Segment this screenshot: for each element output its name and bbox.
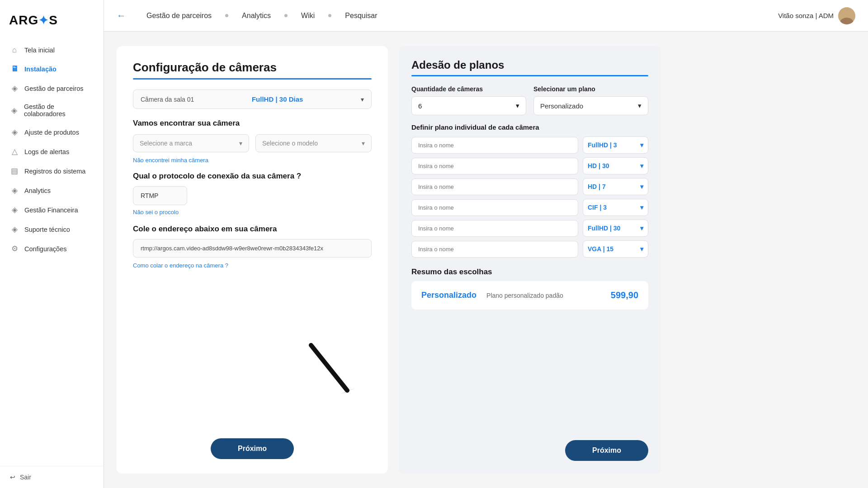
produtos-icon: ◈ — [10, 127, 19, 137]
camera-name-input[interactable] — [411, 241, 578, 258]
camera-plan-select[interactable]: CIF | 3 ▾ — [583, 199, 648, 216]
sidebar-item-gestao-colaboradores[interactable]: ◈ Gestão de colaboradores — [0, 98, 104, 122]
camera-row: CIF | 3 ▾ — [411, 199, 648, 216]
logs-icon: △ — [10, 147, 19, 156]
colaboradores-icon: ◈ — [10, 106, 19, 115]
individual-title: Definir plano individual de cada câmera — [411, 123, 648, 131]
camera-name-input[interactable] — [411, 199, 578, 216]
camera-plan-value: FullHD | 30 — [588, 225, 620, 232]
topbar-link-analytics[interactable]: Analytics — [229, 0, 283, 32]
sidebar-item-label: Instalação — [24, 66, 57, 73]
resumo-card: Personalizado Plano personalizado padão … — [411, 281, 648, 310]
how-to-link[interactable]: Como colar o endereço na câmera ? — [133, 262, 372, 269]
camera-plan-select[interactable]: VGA | 15 ▾ — [583, 240, 648, 258]
topbar-link-gestao-parceiros[interactable]: Gestão de parceiros — [134, 0, 224, 32]
topbar-separator-2 — [284, 14, 288, 17]
camera-dropdown[interactable]: Câmera da sala 01 FullHD | 30 Dias ▾ — [133, 89, 372, 109]
sidebar-item-label: Gestão Financeira — [24, 206, 78, 214]
sidebar-item-registros-sistema[interactable]: ▤ Registros do sistema — [0, 161, 104, 181]
right-panel-divider — [411, 75, 648, 76]
camera-plan-select[interactable]: FullHD | 3 ▾ — [583, 136, 648, 154]
camera-plan-select[interactable]: FullHD | 30 ▾ — [583, 220, 648, 237]
panel-title: Configuração de câmeras — [133, 61, 372, 75]
chevron-down-icon: ▾ — [640, 183, 643, 190]
sidebar-item-ajuste-produtos[interactable]: ◈ Ajuste de produtos — [0, 122, 104, 142]
chevron-down-icon: ▾ — [640, 225, 643, 232]
brand-model-row: Selecione a marca ▾ Selecione o modelo ▾ — [133, 134, 372, 152]
analytics-icon: ◈ — [10, 186, 19, 195]
plan-type-select[interactable]: Personalizado ▾ — [533, 96, 648, 115]
sidebar-item-tela-inicial[interactable]: ⌂ Tela inicial — [0, 41, 104, 60]
protocol-value: RTMP — [133, 186, 187, 205]
logo-icon: ✦ — [38, 14, 49, 27]
camera-row: FullHD | 30 ▾ — [411, 220, 648, 237]
camera-row: FullHD | 3 ▾ — [411, 136, 648, 154]
sidebar-item-configuracoes[interactable]: ⚙ Configurações — [0, 239, 104, 258]
quantity-select[interactable]: 6 ▾ — [411, 96, 526, 115]
sidebar-item-label: Gestão de parceiros — [24, 85, 84, 92]
brand-select[interactable]: Selecione a marca ▾ — [133, 134, 249, 152]
camera-name-input[interactable] — [411, 158, 578, 174]
proximo-right-button[interactable]: Próximo — [565, 440, 648, 461]
back-button[interactable]: ← — [117, 10, 126, 21]
chevron-down-icon: ▾ — [239, 140, 242, 147]
logo-text: ARG✦S — [9, 13, 58, 28]
camera-rows: FullHD | 3 ▾ HD | 30 ▾ HD | 7 ▾ CIF | 3 … — [411, 136, 648, 258]
camera-name-input[interactable] — [411, 137, 578, 154]
avatar — [838, 7, 855, 24]
camera-name-input[interactable] — [411, 178, 578, 195]
model-placeholder: Selecione o modelo — [262, 140, 318, 147]
sidebar-item-label: Tela inicial — [24, 47, 55, 54]
registros-icon: ▤ — [10, 166, 19, 176]
right-panel-title: Adesão de planos — [411, 59, 648, 71]
camera-plan-value: CIF | 3 — [588, 204, 607, 211]
sidebar-item-label: Registros do sistema — [24, 168, 85, 175]
topbar-user[interactable]: Vitão sonza | ADM — [778, 7, 855, 24]
proximo-left-button[interactable]: Próximo — [211, 438, 294, 459]
logout-button[interactable]: ↩ Sair — [10, 474, 94, 481]
sidebar-item-suporte-tecnico[interactable]: ◈ Suporte técnico — [0, 220, 104, 239]
parceiros-icon: ◈ — [10, 84, 19, 93]
right-panel: Adesão de planos Quantidade de câmeras 6… — [399, 46, 661, 474]
camera-row: HD | 7 ▾ — [411, 178, 648, 195]
camera-plan-value: FullHD | 3 — [588, 141, 617, 149]
user-name: Vitão sonza | ADM — [778, 12, 834, 19]
camera-plan-select[interactable]: HD | 30 ▾ — [583, 157, 648, 174]
chevron-down-icon: ▾ — [361, 96, 364, 103]
sidebar-item-instalacao[interactable]: 🖥 Instalação — [0, 60, 104, 79]
address-value: rtmp://argos.cam.video-ad8sddw98-w9er8we… — [133, 239, 372, 258]
camera-plan-select[interactable]: HD | 7 ▾ — [583, 178, 648, 195]
left-panel: Configuração de câmeras Câmera da sala 0… — [117, 46, 388, 474]
topbar-link-wiki[interactable]: Wiki — [288, 0, 327, 32]
sidebar-item-logs-alertas[interactable]: △ Logs de alertas — [0, 142, 104, 161]
svg-marker-4 — [340, 388, 355, 394]
sidebar-item-gestao-financeira[interactable]: ◈ Gestão Financeira — [0, 200, 104, 220]
logout-icon: ↩ — [10, 474, 15, 481]
logo: ARG✦S — [0, 0, 104, 36]
topbar-link-pesquisar[interactable]: Pesquisar — [332, 0, 390, 32]
camera-name-input[interactable] — [411, 220, 578, 237]
model-select[interactable]: Selecione o modelo ▾ — [255, 134, 372, 152]
svg-point-0 — [843, 10, 850, 17]
sidebar-item-gestao-parceiros[interactable]: ◈ Gestão de parceiros — [0, 79, 104, 98]
plan-type-value: Personalizado — [540, 102, 583, 110]
panel-divider — [133, 78, 372, 80]
instalacao-icon: 🖥 — [10, 65, 19, 74]
home-icon: ⌂ — [10, 46, 19, 55]
sidebar-item-label: Suporte técnico — [24, 226, 70, 233]
svg-point-1 — [840, 18, 853, 24]
arrow-annotation — [297, 336, 361, 401]
svg-line-2 — [311, 345, 347, 390]
not-found-link[interactable]: Não encontrei minha câmera — [133, 157, 372, 164]
suporte-icon: ◈ — [10, 225, 19, 234]
brand-placeholder: Selecione a marca — [140, 140, 192, 147]
proximo-left-section: Próximo — [133, 425, 372, 459]
sidebar-item-analytics[interactable]: ◈ Analytics — [0, 181, 104, 200]
not-know-link[interactable]: Não sei o procolo — [133, 209, 372, 216]
chevron-down-icon: ▾ — [516, 102, 519, 110]
content: Configuração de câmeras Câmera da sala 0… — [104, 32, 868, 488]
camera-row: HD | 30 ▾ — [411, 157, 648, 174]
sidebar-item-label: Logs de alertas — [24, 148, 69, 155]
proximo-right-section: Próximo — [411, 431, 648, 461]
topbar: ← Gestão de parceiros Analytics Wiki Pes… — [104, 0, 868, 32]
